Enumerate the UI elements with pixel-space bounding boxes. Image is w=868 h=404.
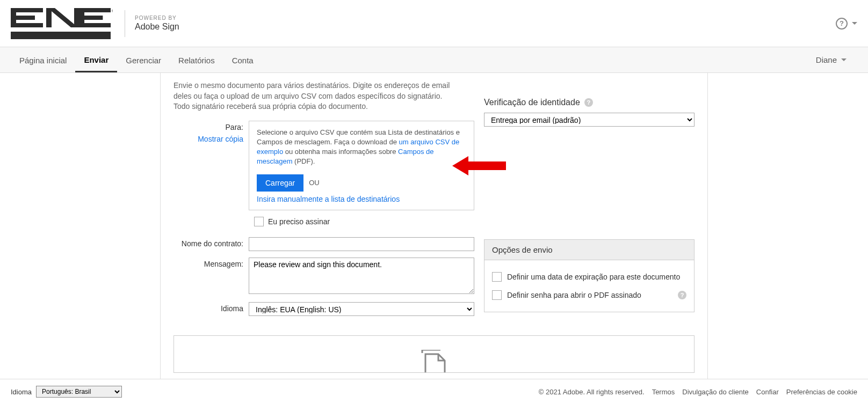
csv-text3: (PDF). (292, 157, 315, 165)
user-dropdown-caret[interactable] (841, 58, 847, 61)
footer: Idioma Português: Brasil © 2021 Adobe. A… (0, 379, 868, 404)
adobe-sign-title: Adobe Sign (135, 22, 179, 32)
to-label: Para: Mostrar cópia (173, 121, 249, 210)
upload-button[interactable]: Carregar (257, 174, 303, 192)
need-sign-checkbox[interactable] (254, 217, 264, 226)
help-icon[interactable]: ? (836, 18, 848, 30)
powered-by-label: POWERED BY (135, 15, 179, 21)
message-textarea[interactable]: Please review and sign this document. (249, 258, 474, 294)
footer-language-label: Idioma (11, 388, 32, 396)
footer-disclosure[interactable]: Divulgação do cliente (682, 388, 749, 396)
csv-text2: ou obtenha mais informações sobre (283, 148, 398, 156)
message-label: Mensagem: (173, 258, 249, 296)
nav-manage[interactable]: Gerenciar (117, 48, 170, 71)
language-label: Idioma (173, 302, 249, 316)
powered-by-block: POWERED BY Adobe Sign (125, 10, 179, 37)
contract-name-label: Nome do contrato: (173, 237, 249, 251)
password-checkbox[interactable] (492, 290, 502, 300)
need-sign-label: Eu preciso assinar (268, 217, 330, 226)
nav-account[interactable]: Conta (223, 48, 262, 71)
intro-text: Envie o mesmo documento para vários dest… (173, 80, 453, 112)
nav-send[interactable]: Enviar (75, 48, 117, 72)
language-select[interactable]: Inglês: EUA (English: US) (249, 302, 474, 316)
content-panel: Envie o mesmo documento para vários dest… (160, 73, 708, 386)
show-copy-link[interactable]: Mostrar cópia (173, 135, 243, 143)
help-dropdown-caret[interactable] (852, 22, 857, 25)
brand-logo[interactable]: ® (11, 8, 118, 39)
expiration-label: Definir uma data de expiração para este … (507, 273, 680, 281)
svg-text:®: ® (112, 9, 113, 13)
footer-cookies[interactable]: Preferências de cookie (786, 388, 857, 396)
document-icon (418, 350, 450, 373)
manual-entry-link[interactable]: Insira manualmente a lista de destinatár… (257, 195, 400, 203)
nav-home[interactable]: Página inicial (11, 48, 75, 71)
footer-copyright: © 2021 Adobe. All rights reserved. (539, 388, 645, 396)
password-label: Definir senha para abrir o PDF assinado (507, 291, 641, 299)
footer-language-select[interactable]: Português: Brasil (36, 386, 122, 398)
nav-reports[interactable]: Relatórios (170, 48, 223, 71)
or-label: OU (309, 179, 320, 187)
nav-user[interactable]: Diane (816, 55, 837, 64)
expiration-checkbox[interactable] (492, 272, 502, 282)
file-drop-area[interactable] (173, 335, 695, 373)
identity-heading: Verificação de identidade ? (484, 98, 695, 107)
footer-trust[interactable]: Confiar (756, 388, 779, 396)
header: ® POWERED BY Adobe Sign ? (0, 0, 868, 47)
send-options-heading: Opções de envio (484, 240, 694, 260)
footer-terms[interactable]: Termos (652, 388, 675, 396)
svg-rect-0 (11, 32, 111, 39)
csv-instruction-box: Selecione o arquivo CSV que contém sua L… (249, 121, 474, 210)
identity-select[interactable]: Entrega por email (padrão) (484, 113, 695, 127)
password-help-icon[interactable]: ? (678, 291, 686, 299)
main-nav: Página inicial Enviar Gerenciar Relatóri… (0, 47, 868, 73)
identity-help-icon[interactable]: ? (584, 98, 593, 107)
contract-name-input[interactable] (249, 237, 474, 251)
send-options-panel: Opções de envio Definir uma data de expi… (484, 239, 695, 312)
